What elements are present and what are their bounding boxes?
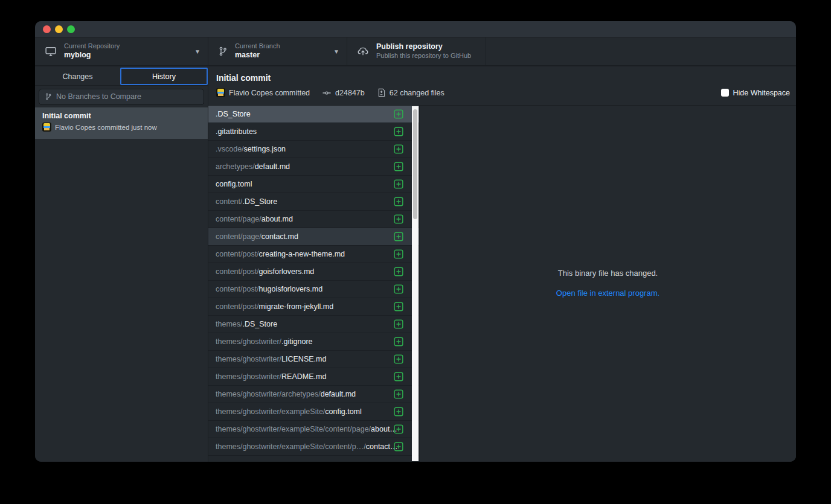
current-repository-dropdown[interactable]: Current Repository myblog ▼ xyxy=(35,37,208,65)
file-row[interactable]: themes/ghostwriter/archetypes/default.md xyxy=(208,386,419,403)
file-row[interactable]: .vscode/settings.json xyxy=(208,141,419,158)
branch-compare-row: No Branches to Compare xyxy=(35,86,208,107)
minimize-window-button[interactable] xyxy=(55,25,63,33)
diff-added-icon xyxy=(394,214,403,224)
file-path: themes/ghostwriter/archetypes/ xyxy=(216,390,321,398)
current-repository-value: myblog xyxy=(64,51,120,60)
git-commit-icon xyxy=(322,89,332,97)
chevron-down-icon: ▼ xyxy=(333,48,339,55)
commit-author: Flavio Copes committed xyxy=(229,89,310,97)
file-path: content/page/ xyxy=(216,232,261,241)
file-name: config.toml xyxy=(325,407,361,416)
changed-files-list: .DS_Store.gitattributes.vscode/settings.… xyxy=(208,106,420,462)
open-external-link[interactable]: Open file in external program. xyxy=(420,289,796,298)
diff-added-icon xyxy=(394,232,403,241)
file-name: default.md xyxy=(321,390,356,398)
diff-added-icon xyxy=(394,127,403,136)
close-window-button[interactable] xyxy=(43,25,51,33)
diff-added-icon xyxy=(394,249,403,259)
diff-added-icon xyxy=(394,407,403,416)
file-name: .DS_Store xyxy=(216,110,251,118)
hide-whitespace-checkbox[interactable] xyxy=(721,89,729,97)
compare-branch-input[interactable]: No Branches to Compare xyxy=(39,89,204,105)
git-branch-icon xyxy=(218,46,228,57)
file-name: LICENSE.md xyxy=(281,355,326,363)
hide-whitespace-toggle[interactable]: Hide Whitespace xyxy=(721,89,791,97)
file-name: README.md xyxy=(281,372,326,381)
file-diff-icon xyxy=(377,88,386,97)
file-path: archetypes/ xyxy=(216,162,255,171)
file-path: content/post/ xyxy=(216,302,259,311)
file-path: themes/ghostwriter/ xyxy=(216,355,281,363)
diff-added-icon xyxy=(394,354,403,364)
diff-panel: This binary file has changed. Open file … xyxy=(420,106,796,462)
file-row[interactable]: themes/ghostwriter/exampleSite/content/p… xyxy=(208,421,419,438)
file-row[interactable]: content/page/about.md xyxy=(208,211,419,228)
file-path: themes/ghostwriter/exampleSite/content/p… xyxy=(216,442,366,451)
file-row[interactable]: themes/ghostwriter/LICENSE.md xyxy=(208,351,419,368)
file-row[interactable]: content/post/creating-a-new-theme.md xyxy=(208,246,419,263)
file-name: migrate-from-jekyll.md xyxy=(259,302,334,311)
file-row[interactable]: .gitattributes xyxy=(208,123,419,141)
publish-repository-button[interactable]: Publish repository Publish this reposito… xyxy=(347,37,486,65)
file-name: .gitattributes xyxy=(216,127,257,136)
file-path: themes/ghostwriter/exampleSite/ xyxy=(216,407,325,416)
scrollbar-thumb[interactable] xyxy=(413,109,417,219)
file-row[interactable]: .DS_Store xyxy=(208,106,419,123)
diff-added-icon xyxy=(394,389,403,399)
commit-list-item[interactable]: Initial commit Flavio Copes committed ju… xyxy=(35,107,208,139)
file-path: content/post/ xyxy=(216,250,259,258)
tab-changes[interactable]: Changes xyxy=(35,68,120,85)
github-desktop-window: Current Repository myblog ▼ Current Bran… xyxy=(35,21,796,462)
diff-added-icon xyxy=(394,179,403,189)
file-path: .vscode/ xyxy=(216,145,244,153)
file-row[interactable] xyxy=(208,456,419,462)
file-row[interactable]: content/post/goisforlovers.md xyxy=(208,263,419,281)
file-path: content/ xyxy=(216,197,242,206)
file-name: hugoisforlovers.md xyxy=(259,285,323,293)
file-row[interactable]: content/post/migrate-from-jekyll.md xyxy=(208,298,419,316)
tab-history[interactable]: History xyxy=(120,68,208,85)
file-row[interactable]: themes/ghostwriter/exampleSite/content/p… xyxy=(208,438,419,456)
file-row[interactable]: content/page/contact.md xyxy=(208,228,419,246)
file-name: creating-a-new-theme.md xyxy=(259,250,345,258)
file-row[interactable]: content/.DS_Store xyxy=(208,193,419,211)
zoom-window-button[interactable] xyxy=(67,25,75,33)
diff-added-icon xyxy=(394,337,403,346)
file-name: contact.md xyxy=(261,232,298,241)
file-name: .DS_Store xyxy=(242,197,277,206)
current-repository-label: Current Repository xyxy=(64,42,120,51)
file-row[interactable]: themes/ghostwriter/.gitignore xyxy=(208,333,419,351)
file-path: themes/ xyxy=(216,320,242,328)
commit-meta-text: Flavio Copes committed just now xyxy=(55,124,157,131)
file-name: about.md xyxy=(261,215,293,223)
commit-header: Initial commit Flavio Copes committed d2… xyxy=(208,68,796,106)
current-branch-label: Current Branch xyxy=(235,42,280,51)
file-row[interactable]: content/post/hugoisforlovers.md xyxy=(208,281,419,298)
diff-added-icon xyxy=(394,372,403,381)
sidebar-tabbar: Changes History xyxy=(35,68,208,86)
toolbar: Current Repository myblog ▼ Current Bran… xyxy=(35,37,796,66)
commit-sha: d24847b xyxy=(335,89,365,97)
device-desktop-icon xyxy=(45,46,57,57)
file-list-scrollbar[interactable] xyxy=(412,106,419,461)
file-row[interactable]: config.toml xyxy=(208,176,419,193)
file-row[interactable]: archetypes/default.md xyxy=(208,158,419,176)
hide-whitespace-label: Hide Whitespace xyxy=(733,89,791,97)
file-path: themes/ghostwriter/ xyxy=(216,337,281,346)
file-row[interactable]: themes/ghostwriter/README.md xyxy=(208,368,419,386)
file-row[interactable]: themes/ghostwriter/exampleSite/config.to… xyxy=(208,403,419,421)
diff-added-icon xyxy=(394,197,403,206)
diff-added-icon xyxy=(394,284,403,294)
binary-file-message: This binary file has changed. xyxy=(420,269,796,278)
file-name: default.md xyxy=(255,162,290,171)
git-branch-icon xyxy=(45,92,52,101)
diff-added-icon xyxy=(394,319,403,329)
file-path: content/page/ xyxy=(216,215,261,223)
commit-header-title: Initial commit xyxy=(216,73,271,83)
avatar xyxy=(216,88,225,97)
current-branch-value: master xyxy=(235,51,280,60)
diff-added-icon xyxy=(394,144,403,154)
file-row[interactable]: themes/.DS_Store xyxy=(208,316,419,333)
current-branch-dropdown[interactable]: Current Branch master ▼ xyxy=(208,37,347,65)
